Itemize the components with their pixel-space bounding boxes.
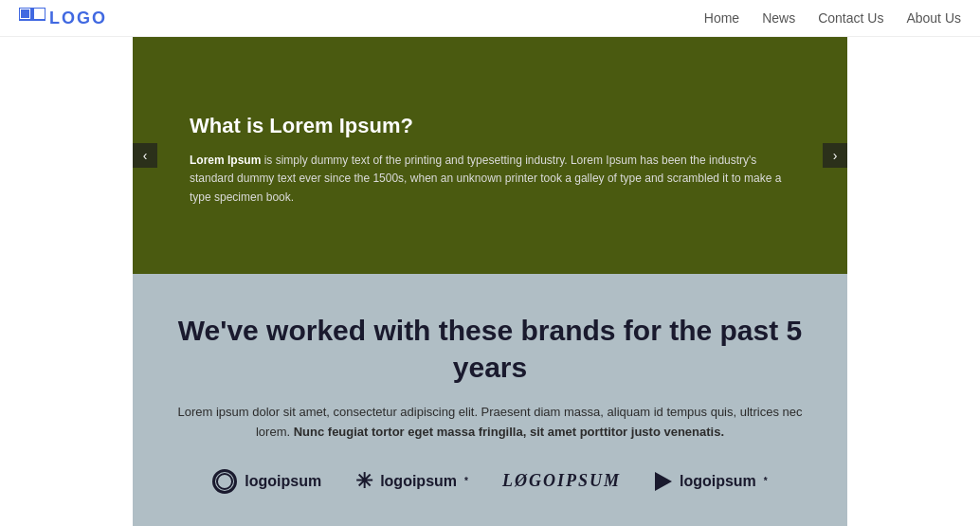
brand-logo-3: LØGOIPSUM <box>502 471 621 491</box>
brands-section: We've worked with these brands for the p… <box>133 274 847 526</box>
main-nav: Home News Contact Us About Us <box>704 10 961 26</box>
brand-logo-4: logoipsum* <box>655 472 768 491</box>
carousel-next-button[interactable]: › <box>823 143 847 168</box>
nav-home[interactable]: Home <box>704 10 739 26</box>
nav-news[interactable]: News <box>762 10 795 26</box>
header: LOGO Home News Contact Us About Us <box>0 0 980 37</box>
logo-icon <box>19 8 45 28</box>
logo-text: LOGO <box>49 9 107 28</box>
carousel-section: ‹ What is Lorem Ipsum? Lorem Ipsum is si… <box>133 37 847 274</box>
brand-logo-1-icon <box>212 469 237 494</box>
brands-title: We've worked with these brands for the p… <box>171 312 809 386</box>
brand-logo-4-icon <box>655 472 672 491</box>
carousel-content: What is Lorem Ipsum? Lorem Ipsum is simp… <box>190 114 790 207</box>
nav-about[interactable]: About Us <box>906 10 961 26</box>
svg-rect-1 <box>21 9 29 18</box>
logo: LOGO <box>19 8 107 28</box>
brand-logo-1: logoipsum <box>212 469 321 494</box>
brand-logo-2-text: logoipsum <box>380 473 457 490</box>
carousel-title: What is Lorem Ipsum? <box>190 114 790 138</box>
logo-word: OGO <box>62 9 107 27</box>
carousel-body-strong: Lorem Ipsum <box>190 154 261 167</box>
brand-logo-4-text: logoipsum <box>680 473 756 490</box>
brand-logo-3-text: LØGOIPSUM <box>502 471 621 491</box>
svg-rect-2 <box>33 8 45 20</box>
carousel-body: Lorem Ipsum is simply dummy text of the … <box>190 152 790 207</box>
brand-logo-1-text: logoipsum <box>245 473 321 490</box>
brand-logo-2: ✳ logoipsum* <box>355 469 468 494</box>
brand-logos-row: logoipsum ✳ logoipsum* LØGOIPSUM logoips… <box>171 469 809 494</box>
carousel-prev-button[interactable]: ‹ <box>133 143 157 168</box>
brands-desc-strong: Nunc feugiat tortor eget massa fringilla… <box>294 425 724 439</box>
carousel-body-text: is simply dummy text of the printing and… <box>190 154 781 203</box>
brands-description: Lorem ipsum dolor sit amet, consectetur … <box>171 403 809 443</box>
nav-contact[interactable]: Contact Us <box>818 10 883 26</box>
brand-logo-2-icon: ✳ <box>355 469 372 494</box>
